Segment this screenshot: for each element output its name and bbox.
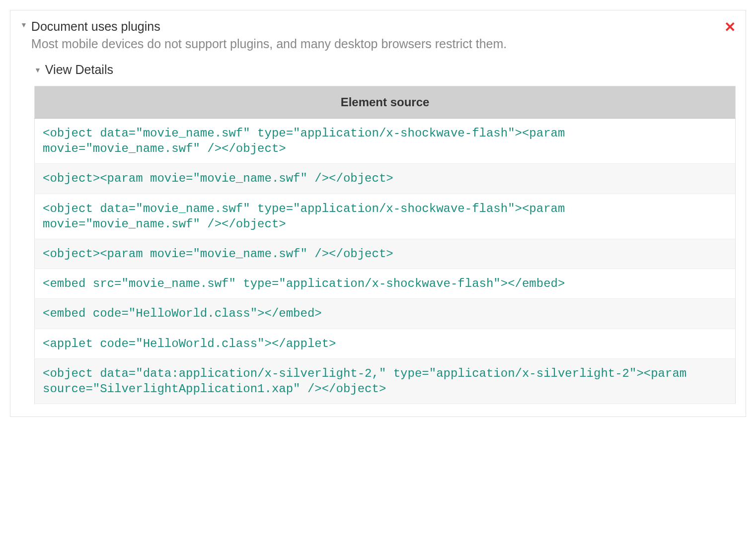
details-toggle[interactable]: ▼ View Details (34, 63, 736, 77)
table-header-cell: Element source (35, 86, 736, 119)
element-source-cell: <applet code="HelloWorld.class"></applet… (35, 329, 736, 358)
table-row: <applet code="HelloWorld.class"></applet… (35, 329, 736, 358)
table-row: <object><param movie="movie_name.swf" />… (35, 164, 736, 194)
element-source-cell: <object><param movie="movie_name.swf" />… (35, 164, 736, 194)
chevron-down-icon[interactable]: ▼ (20, 21, 27, 29)
table-row: <embed src="movie_name.swf" type="applic… (35, 269, 736, 299)
details-section: ▼ View Details Element source <object da… (10, 63, 746, 404)
table-row: <object data="data:application/x-silverl… (35, 358, 736, 404)
element-source-cell: <embed src="movie_name.swf" type="applic… (35, 269, 736, 299)
chevron-down-icon: ▼ (34, 66, 41, 74)
table-row: <object data="movie_name.swf" type="appl… (35, 194, 736, 239)
audit-title: Document uses plugins (31, 18, 719, 35)
details-table: Element source <object data="movie_name.… (34, 86, 736, 404)
element-source-cell: <object data="movie_name.swf" type="appl… (35, 194, 736, 239)
audit-title-block: Document uses plugins Most mobile device… (31, 18, 719, 53)
element-source-cell: <embed code="HelloWorld.class"></embed> (35, 299, 736, 329)
table-body: <object data="movie_name.swf" type="appl… (35, 119, 736, 404)
table-row: <object data="movie_name.swf" type="appl… (35, 119, 736, 164)
audit-description: Most mobile devices do not support plugi… (31, 35, 719, 53)
table-header: Element source (35, 86, 736, 119)
element-source-cell: <object data="data:application/x-silverl… (35, 358, 736, 404)
table-row: <object><param movie="movie_name.swf" />… (35, 239, 736, 269)
element-source-cell: <object data="movie_name.swf" type="appl… (35, 119, 736, 164)
details-label: View Details (45, 63, 113, 77)
audit-item: ▼ Document uses plugins Most mobile devi… (10, 10, 746, 417)
table-row: <embed code="HelloWorld.class"></embed> (35, 299, 736, 329)
fail-icon: ✕ (724, 19, 736, 35)
element-source-cell: <object><param movie="movie_name.swf" />… (35, 239, 736, 269)
audit-header: ▼ Document uses plugins Most mobile devi… (10, 18, 746, 53)
